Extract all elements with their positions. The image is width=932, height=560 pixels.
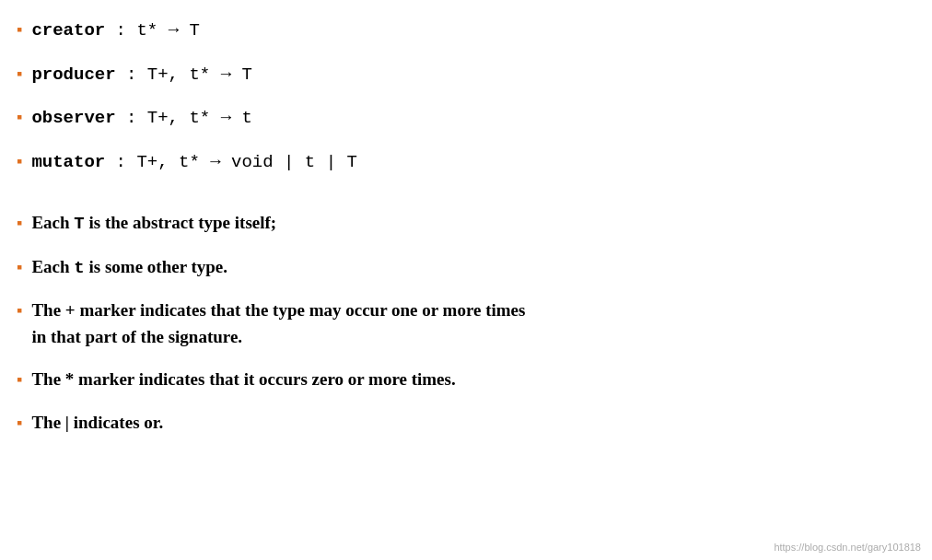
mutator-signature: : T+, t* → void | t | T — [105, 152, 357, 172]
watermark-text: https://blog.csdn.net/gary101818 — [774, 542, 921, 553]
desc-T-pre: Each — [31, 213, 74, 232]
creator-label: creator — [31, 20, 105, 41]
bullet-icon-desc-pipe: ▪ — [17, 412, 22, 435]
list-item-observer: ▪ observer : T+, t* → t — [17, 104, 904, 132]
bullet-icon-desc-plus: ▪ — [17, 299, 22, 322]
desc-plus-line1: The + marker indicates that the type may… — [31, 300, 525, 320]
list-item-creator: ▪ creator : t* → T — [17, 17, 904, 44]
bullet-icon-desc-star: ▪ — [17, 368, 22, 391]
producer-signature: : T+, t* → T — [116, 64, 252, 85]
observer-content: observer : T+, t* → t — [31, 104, 251, 132]
creator-content: creator : t* → T — [31, 17, 199, 44]
desc-plus-line2: in that part of the signature. — [31, 327, 242, 346]
desc-plus-content: The + marker indicates that the type may… — [31, 298, 525, 350]
bullet-icon-producer: ▪ — [17, 63, 22, 86]
desc-t-code: t — [74, 258, 84, 278]
producer-label: producer — [31, 64, 115, 85]
list-item-desc-T: ▪ Each T is the abstract type itself; — [17, 210, 904, 238]
list-item-desc-star: ▪ The * marker indicates that it occurs … — [17, 367, 904, 393]
observer-signature: : T+, t* → t — [116, 108, 252, 128]
desc-T-content: Each T is the abstract type itself; — [31, 210, 276, 238]
desc-t-post: is some other type. — [85, 257, 227, 276]
description-list: ▪ Each T is the abstract type itself; ▪ … — [17, 210, 904, 436]
mutator-content: mutator : T+, t* → void | t | T — [31, 148, 356, 176]
desc-t-content: Each t is some other type. — [31, 254, 227, 282]
bullet-icon-desc-t: ▪ — [17, 256, 22, 279]
mutator-label: mutator — [31, 152, 105, 172]
list-item-desc-plus: ▪ The + marker indicates that the type m… — [17, 298, 904, 350]
desc-star-content: The * marker indicates that it occurs ze… — [31, 367, 455, 393]
bullet-icon-mutator: ▪ — [17, 150, 22, 173]
bullet-icon-desc-T: ▪ — [17, 212, 22, 235]
main-container: ▪ creator : t* → T ▪ producer : T+, t* →… — [0, 0, 932, 560]
creator-signature: : t* → T — [105, 20, 200, 41]
desc-pipe-content: The | indicates or. — [31, 410, 163, 437]
list-item-desc-t: ▪ Each t is some other type. — [17, 254, 904, 282]
desc-t-pre: Each — [31, 257, 74, 276]
section-divider — [17, 192, 904, 210]
desc-T-post: is the abstract type itself; — [85, 213, 276, 232]
list-item-producer: ▪ producer : T+, t* → T — [17, 61, 904, 88]
observer-label: observer — [31, 108, 115, 128]
type-list: ▪ creator : t* → T ▪ producer : T+, t* →… — [17, 17, 904, 175]
bullet-icon-observer: ▪ — [17, 106, 22, 129]
producer-content: producer : T+, t* → T — [31, 61, 251, 88]
list-item-desc-pipe: ▪ The | indicates or. — [17, 410, 904, 437]
bullet-icon-creator: ▪ — [17, 18, 22, 41]
list-item-mutator: ▪ mutator : T+, t* → void | t | T — [17, 148, 904, 176]
desc-T-code: T — [74, 214, 84, 234]
